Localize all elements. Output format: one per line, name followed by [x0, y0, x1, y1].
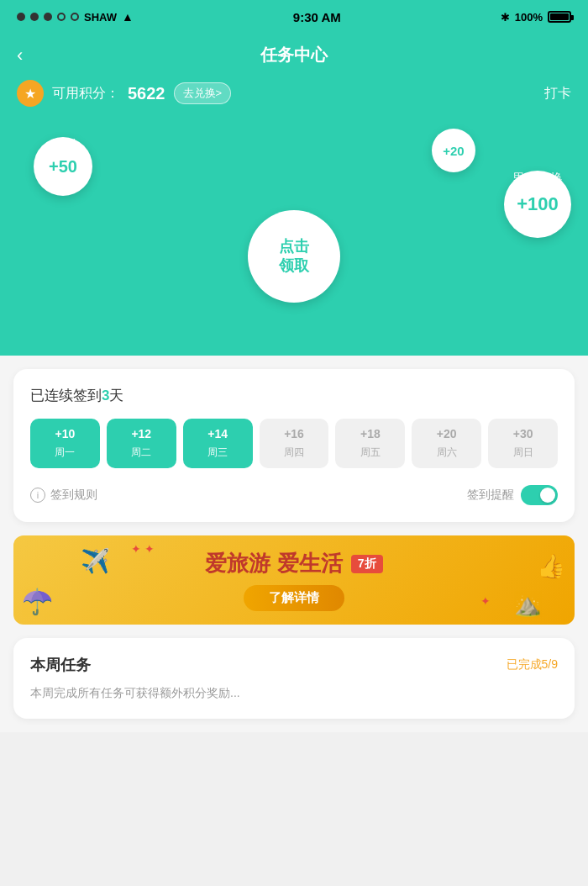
- collect-button[interactable]: 点击 领取: [248, 210, 340, 303]
- day-item-thu: +16 周四: [260, 419, 329, 468]
- bluetooth-icon: ✱: [501, 11, 510, 24]
- mountain-icon: ⛰️: [514, 592, 541, 618]
- status-bar: SHAW ▲ 9:30 AM ✱ 100%: [0, 0, 588, 34]
- rules-link[interactable]: i 签到规则: [30, 488, 97, 503]
- clock: 9:30 AM: [293, 10, 341, 24]
- rules-text: 签到规则: [50, 488, 97, 503]
- page-header: ‹ 任务中心: [0, 34, 588, 80]
- day-label-wed: 周三: [207, 446, 228, 460]
- weekly-header: 本周任务 已完成5/9: [30, 655, 558, 675]
- back-button[interactable]: ‹: [17, 45, 23, 66]
- weekly-progress: 已完成5/9: [507, 657, 558, 672]
- signal-dot: [44, 13, 52, 21]
- day-label-tue: 周二: [131, 446, 151, 460]
- streak-suffix: 天: [109, 388, 123, 403]
- day-label-fri: 周五: [360, 446, 381, 460]
- page-title: 任务中心: [260, 44, 328, 66]
- day-item-mon: +10 周一: [30, 419, 100, 468]
- weekly-tasks-card: 本周任务 已完成5/9 本周完成所有任务可获得额外积分奖励...: [13, 638, 575, 719]
- status-left: SHAW ▲: [17, 10, 134, 24]
- signal-dot: [71, 13, 79, 21]
- reminder-toggle[interactable]: [521, 485, 558, 505]
- day-label-mon: 周一: [55, 446, 75, 460]
- day-label-sat: 周六: [437, 446, 457, 460]
- star-icon: ★: [17, 80, 44, 107]
- carrier-label: SHAW: [84, 11, 117, 24]
- weekly-description: 本周完成所有任务可获得额外积分奖励...: [30, 683, 558, 702]
- banner-text: 爱旅游 爱生活: [205, 549, 342, 578]
- streak-footer: i 签到规则 签到提醒: [30, 485, 558, 505]
- day-points-sat: +20: [437, 427, 457, 440]
- day-item-tue: +12 周二: [107, 419, 176, 468]
- day-points-sun: +30: [513, 427, 533, 440]
- day-points-thu: +16: [284, 427, 304, 440]
- points-bar: ★ 可用积分： 5622 去兑换> 打卡: [0, 80, 588, 120]
- banner-detail-button[interactable]: 了解详情: [244, 585, 344, 611]
- firework-left-icon: ✦ ✦: [131, 542, 155, 556]
- firework-right-icon: ✦: [480, 594, 491, 608]
- weekly-title: 本周任务: [30, 655, 91, 675]
- banner-main-text: 爱旅游 爱生活 7折: [205, 549, 382, 578]
- thumbsup-icon: 👍: [537, 552, 566, 580]
- discount-badge: 7折: [351, 555, 383, 573]
- miles-points: +100: [517, 193, 559, 215]
- checkin-points: +20: [443, 144, 464, 158]
- plane-icon: ✈️: [81, 547, 110, 575]
- battery-label: 100%: [515, 11, 543, 24]
- info-icon: i: [30, 488, 45, 503]
- miles-area: 里程兑换 +100 即将过期: [512, 171, 563, 206]
- hero-section: 签到 +50 +20 点击 领取 里程兑换 +100 即将过期: [0, 120, 588, 356]
- card-section: 已连续签到3天 +10 周一 +12 周二 +14 周三 +16 周四 +18 …: [0, 356, 588, 732]
- streak-title: 已连续签到3天: [30, 386, 558, 405]
- day-label-sun: 周日: [513, 446, 533, 460]
- miles-circle[interactable]: +100: [504, 171, 571, 238]
- signin-circle[interactable]: +50: [34, 137, 92, 196]
- days-grid: +10 周一 +12 周二 +14 周三 +16 周四 +18 周五 +20 周…: [30, 419, 558, 468]
- signal-dot: [57, 13, 66, 21]
- signal-dot: [30, 13, 39, 21]
- day-item-sat: +20 周六: [412, 419, 481, 468]
- collect-line2: 领取: [279, 256, 309, 276]
- checkin-circle[interactable]: +20: [432, 129, 475, 172]
- collect-line1: 点击: [279, 237, 309, 256]
- day-label-thu: 周四: [284, 446, 304, 460]
- reminder-label: 签到提醒: [467, 488, 514, 503]
- streak-prefix: 已连续签到: [30, 388, 102, 403]
- signin-points: +50: [49, 157, 77, 177]
- wifi-icon: ▲: [122, 10, 134, 24]
- day-points-tue: +12: [131, 427, 151, 440]
- day-item-sun: +30 周日: [488, 419, 558, 468]
- day-points-wed: +14: [207, 427, 228, 440]
- points-value: 5622: [128, 84, 165, 103]
- daka-label: 打卡: [544, 85, 571, 103]
- toggle-knob: [540, 488, 555, 503]
- promo-banner[interactable]: ☂️ ✈️ ✦ ✦ 👍 ⛰️ ✦ 爱旅游 爱生活 7折 了解详情: [13, 535, 575, 625]
- reminder-row: 签到提醒: [467, 485, 558, 505]
- day-points-fri: +18: [360, 427, 381, 440]
- signal-dot: [17, 13, 25, 21]
- streak-card: 已连续签到3天 +10 周一 +12 周二 +14 周三 +16 周四 +18 …: [13, 369, 575, 522]
- status-right: ✱ 100%: [501, 11, 571, 24]
- day-item-fri: +18 周五: [335, 419, 405, 468]
- day-item-wed: +14 周三: [183, 419, 253, 468]
- exchange-button[interactable]: 去兑换>: [174, 82, 232, 104]
- signin-area: 签到 +50: [50, 137, 76, 153]
- day-points-mon: +10: [55, 427, 76, 440]
- points-label: 可用积分：: [52, 85, 119, 103]
- battery-icon: [548, 11, 571, 23]
- umbrella-icon: ☂️: [22, 587, 53, 616]
